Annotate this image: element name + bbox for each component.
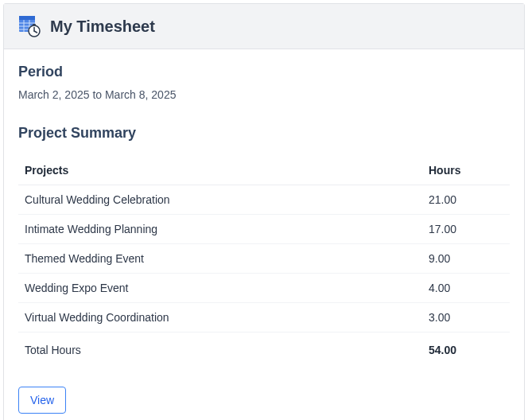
total-row: Total Hours 54.00 xyxy=(18,332,510,365)
card-header: My Timesheet xyxy=(4,4,524,49)
hours-cell: 17.00 xyxy=(422,215,510,244)
project-name-cell: Virtual Wedding Coordination xyxy=(18,303,422,332)
hours-cell: 21.00 xyxy=(422,185,510,215)
project-name-cell: Wedding Expo Event xyxy=(18,274,422,303)
timesheet-icon xyxy=(18,15,41,37)
project-summary-table: Projects Hours Cultural Wedding Celebrat… xyxy=(18,156,510,364)
total-label: Total Hours xyxy=(18,332,422,365)
timesheet-card: My Timesheet Period March 2, 2025 to Mar… xyxy=(3,3,525,420)
table-row: Themed Wedding Event 9.00 xyxy=(18,244,510,274)
card-body: Period March 2, 2025 to March 8, 2025 Pr… xyxy=(4,49,524,420)
svg-rect-1 xyxy=(19,16,35,20)
hours-column-header: Hours xyxy=(422,156,510,185)
hours-cell: 9.00 xyxy=(422,244,510,274)
page-title: My Timesheet xyxy=(50,18,155,36)
project-name-cell: Intimate Wedding Planning xyxy=(18,215,422,244)
total-value: 54.00 xyxy=(422,332,510,365)
hours-cell: 4.00 xyxy=(422,274,510,303)
table-row: Intimate Wedding Planning 17.00 xyxy=(18,215,510,244)
table-row: Virtual Wedding Coordination 3.00 xyxy=(18,303,510,332)
summary-title: Project Summary xyxy=(18,125,510,142)
period-value: March 2, 2025 to March 8, 2025 xyxy=(18,88,510,101)
table-row: Wedding Expo Event 4.00 xyxy=(18,274,510,303)
project-name-cell: Themed Wedding Event xyxy=(18,244,422,274)
svg-rect-10 xyxy=(33,24,36,25)
period-label: Period xyxy=(18,64,510,80)
projects-column-header: Projects xyxy=(18,156,422,185)
hours-cell: 3.00 xyxy=(422,303,510,332)
table-row: Cultural Wedding Celebration 21.00 xyxy=(18,185,510,215)
table-header-row: Projects Hours xyxy=(18,156,510,185)
view-button[interactable]: View xyxy=(18,387,66,414)
project-name-cell: Cultural Wedding Celebration xyxy=(18,185,422,215)
